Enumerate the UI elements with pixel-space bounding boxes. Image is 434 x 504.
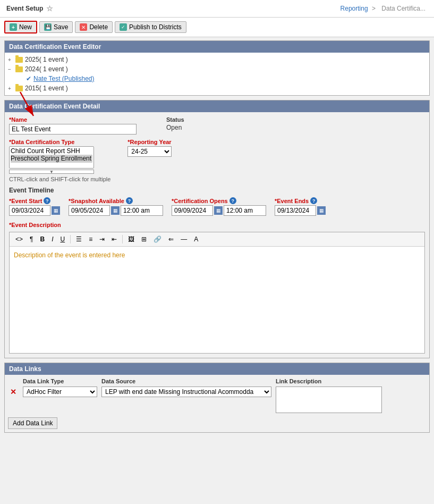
rte-source-button[interactable]: <>	[13, 234, 25, 244]
rte-bold-button[interactable]: B	[37, 234, 47, 244]
cert-opens-help-icon[interactable]: ?	[229, 197, 236, 204]
event-start-label: *Event Start	[9, 198, 42, 204]
rte-toolbar: <> ¶ B I U ☰ ≡ ⇥ ⇤ 🖼 ⊞ 🔗 ⇐	[10, 232, 424, 247]
name-status-row: *Name Status Open	[9, 116, 425, 135]
data-links-section: Data Links Data Link Type Data Source Li…	[4, 363, 430, 433]
event-ends-label: *Event Ends	[275, 198, 309, 204]
event-start-input-row: ▦	[9, 205, 60, 216]
event-ends-cal-button[interactable]: ▦	[317, 206, 326, 215]
save-button[interactable]: 💾 Save	[39, 21, 73, 33]
link-source-select[interactable]: LEP with end date Missing Instructional …	[101, 387, 271, 397]
rte-link-button[interactable]: 🔗	[151, 234, 164, 244]
name-input[interactable]	[9, 124, 137, 135]
rte-divider-2	[122, 235, 123, 243]
detail-panel: Data Certification Event Detail *Name St…	[4, 100, 430, 358]
publish-icon: ✓	[120, 23, 127, 31]
rte-underline-button[interactable]: U	[57, 234, 67, 244]
rte-italic-button[interactable]: I	[49, 234, 56, 244]
page-header: Event Setup ☆ Reporting > Data Certifica…	[0, 0, 434, 18]
link-description-textarea[interactable]	[276, 387, 382, 413]
snapshot-cal-button[interactable]: ▦	[111, 206, 120, 215]
main-content: Data Certification Event Editor + 2025( …	[0, 37, 434, 440]
event-start-cal-button[interactable]: ▦	[52, 206, 60, 215]
status-label: Status	[166, 116, 184, 123]
rte-paragraph-button[interactable]: ¶	[27, 234, 36, 244]
cert-type-group: *Data Certification Type Child Count Rep…	[9, 139, 110, 182]
rte-content[interactable]: Description of the event is entered here	[10, 247, 424, 353]
add-data-link-button[interactable]: Add Data Link	[8, 417, 57, 429]
description-section: *Event Description <> ¶ B I U ☰ ≡ ⇥ ⇤	[9, 221, 425, 354]
data-links-column-headers: Data Link Type Data Source Link Descript…	[8, 378, 426, 384]
snapshot-time-input[interactable]	[121, 205, 163, 216]
rte-ul-button[interactable]: ☰	[73, 234, 84, 244]
rte-indent-button[interactable]: ⇥	[97, 234, 107, 244]
snapshot-input-row: ▦	[69, 205, 163, 216]
expand-icon-2024: −	[8, 66, 13, 72]
description-label: *Event Description	[9, 222, 61, 228]
rte-hr-button[interactable]: —	[178, 234, 190, 244]
cert-opens-time-input[interactable]	[224, 205, 266, 216]
rte-ol-button[interactable]: ≡	[86, 234, 95, 244]
snapshot-help-icon[interactable]: ?	[126, 197, 133, 204]
cert-opens-field: *Certification Opens ? ▦	[172, 197, 266, 216]
delete-icon: ✕	[80, 23, 87, 31]
cert-opens-date-input[interactable]	[172, 205, 213, 216]
publish-button[interactable]: ✓ Publish to Districts	[115, 21, 186, 33]
toolbar: + New 💾 Save ✕ Delete ✓ Publish to Distr…	[0, 18, 434, 37]
folder-icon-2024	[15, 66, 23, 72]
add-data-link-label: Add Data Link	[13, 419, 53, 427]
nate-test-link[interactable]: Nate Test (Published)	[33, 75, 95, 82]
new-button[interactable]: + New	[4, 21, 37, 33]
red-arrow-icon	[15, 89, 47, 121]
breadcrumb-reporting[interactable]: Reporting	[341, 5, 368, 12]
tree-item-nate-test[interactable]: + ✔ Nate Test (Published)	[19, 74, 426, 83]
reporting-year-group: *Reporting Year 24-25 23-24 22-23	[127, 139, 171, 157]
page-title: Event Setup	[6, 5, 43, 12]
rte-align-button[interactable]: ⇐	[166, 234, 176, 244]
save-button-label: Save	[54, 23, 68, 31]
breadcrumb-current: Data Certifica...	[381, 5, 426, 12]
cert-type-option-2[interactable]: Preschool Spring Enrollment	[11, 155, 92, 162]
rte-color-button[interactable]: A	[191, 234, 201, 244]
delete-link-button[interactable]: ✕	[8, 387, 19, 397]
event-start-help-icon[interactable]: ?	[44, 197, 50, 204]
link-type-select[interactable]: AdHoc Filter Report URL	[23, 387, 97, 397]
expand-icon-2025: +	[8, 57, 13, 63]
data-links-header: Data Links	[5, 363, 429, 375]
status-value: Open	[166, 124, 184, 131]
event-ends-field: *Event Ends ? ▦	[275, 197, 326, 216]
data-link-row: ✕ AdHoc Filter Report URL LEP with end d…	[8, 387, 426, 413]
cert-opens-cal-button[interactable]: ▦	[214, 206, 223, 215]
breadcrumb: Reporting > Data Certifica...	[341, 5, 428, 12]
rte-image-button[interactable]: 🖼	[125, 234, 137, 244]
new-icon: +	[10, 23, 17, 31]
snapshot-label: *Snapshot Available	[69, 198, 124, 204]
cert-type-label: *Data Certification Type	[9, 139, 110, 145]
cert-type-option-1[interactable]: Child Count Report SHH	[11, 147, 92, 155]
rte-outdent-button[interactable]: ⇤	[109, 234, 120, 244]
detail-header: Data Certification Event Detail	[5, 100, 429, 112]
tree-item-2025[interactable]: + 2025( 1 event )	[8, 55, 426, 64]
reporting-year-label: *Reporting Year	[127, 139, 171, 145]
reporting-year-select[interactable]: 24-25 23-24 22-23	[127, 146, 171, 157]
event-ends-input-row: ▦	[275, 205, 326, 216]
rte-table-button[interactable]: ⊞	[139, 234, 149, 244]
timeline-label: Event Timeline	[9, 187, 425, 194]
event-start-input[interactable]	[9, 205, 50, 216]
tree-label-2025: 2025( 1 event )	[25, 56, 68, 63]
svg-line-1	[20, 92, 33, 116]
publish-button-label: Publish to Districts	[129, 23, 182, 31]
tree-item-2015[interactable]: + 2015( 1 event )	[8, 83, 426, 93]
delete-button-label: Delete	[89, 23, 108, 31]
data-links-title: Data Links	[9, 365, 41, 373]
event-ends-date-input[interactable]	[275, 205, 316, 216]
snapshot-date-input[interactable]	[69, 205, 110, 216]
tree-container: + 2025( 1 event ) − 2024( 1 event ) + ✔ …	[5, 53, 429, 95]
cert-type-select[interactable]: Child Count Report SHH Preschool Spring …	[9, 146, 94, 169]
new-button-label: New	[19, 23, 32, 31]
favorite-star-icon[interactable]: ☆	[46, 4, 53, 13]
event-ends-help-icon[interactable]: ?	[310, 197, 317, 204]
delete-button[interactable]: ✕ Delete	[75, 21, 113, 33]
col-type-header: Data Link Type	[23, 378, 97, 384]
tree-item-2024[interactable]: − 2024( 1 event )	[8, 64, 426, 74]
